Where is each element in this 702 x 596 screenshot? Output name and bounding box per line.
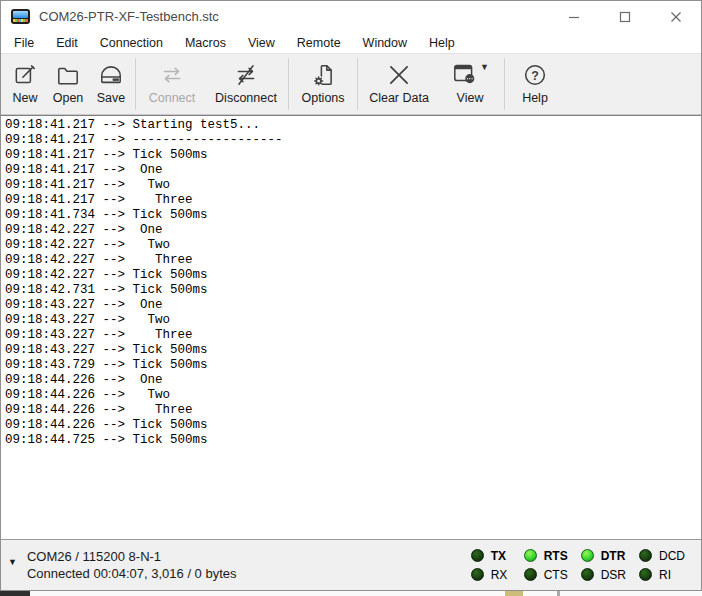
desktop-fragment — [557, 591, 560, 596]
close-icon — [670, 11, 682, 23]
help-question-icon: ? — [522, 60, 548, 90]
clear-data-button[interactable]: Clear Data — [360, 54, 438, 114]
toolbar-label: Help — [522, 91, 548, 105]
help-button[interactable]: ? Help — [507, 54, 563, 114]
port-settings-text: COM26 / 115200 8-N-1 — [27, 548, 237, 565]
toolbar-separator — [357, 58, 358, 110]
led-label: RX — [491, 568, 508, 582]
toolbar-label: Connect — [149, 91, 196, 105]
status-lines: COM26 / 115200 8-N-1 Connected 00:04:07,… — [27, 548, 237, 582]
terminal-output: 09:18:41.217 --> Starting test5... 09:18… — [1, 116, 701, 448]
toolbar-separator — [135, 58, 136, 110]
led-label: TX — [491, 549, 506, 563]
save-button[interactable]: Save — [89, 54, 133, 114]
options-gear-document-icon — [310, 60, 336, 90]
cts-led-icon — [524, 568, 537, 581]
window-controls — [548, 1, 701, 32]
desktop-fragment — [0, 591, 30, 596]
toolbar-label: Open — [53, 91, 84, 105]
maximize-button[interactable] — [599, 1, 650, 32]
minimize-icon — [568, 11, 580, 23]
toolbar-label: Disconnect — [215, 91, 277, 105]
dsr-led-icon — [581, 568, 594, 581]
options-button[interactable]: Options — [291, 54, 355, 114]
status-dropdown-arrow[interactable]: ▼ — [8, 557, 17, 567]
led-rts: RTS — [524, 549, 568, 563]
view-window-icon: ▼ — [451, 60, 489, 90]
terminal-area[interactable]: 09:18:41.217 --> Starting test5... 09:18… — [1, 115, 701, 540]
menu-connection[interactable]: Connection — [89, 34, 174, 52]
dcd-led-icon — [639, 549, 652, 562]
toolbar-label: New — [12, 91, 37, 105]
led-dsr: DSR — [581, 568, 626, 582]
menu-bar: File Edit Connection Macros View Remote … — [1, 32, 701, 53]
led-label: DCD — [659, 549, 685, 563]
toolbar-label: Options — [301, 91, 344, 105]
menu-view[interactable]: View — [237, 34, 286, 52]
toolbar-label: View — [457, 91, 484, 105]
led-dcd: DCD — [639, 549, 685, 563]
led-dtr: DTR — [581, 549, 626, 563]
ri-led-icon — [639, 568, 652, 581]
open-button[interactable]: Open — [47, 54, 89, 114]
toolbar-label: Save — [97, 91, 126, 105]
toolbar-label: Clear Data — [369, 91, 429, 105]
led-rx: RX — [471, 568, 511, 582]
menu-remote[interactable]: Remote — [286, 34, 352, 52]
led-label: CTS — [544, 568, 568, 582]
led-label: DTR — [601, 549, 626, 563]
status-bar: ▼ COM26 / 115200 8-N-1 Connected 00:04:0… — [1, 540, 701, 590]
led-cts: CTS — [524, 568, 568, 582]
signal-led-panel: TX RX RTS CTS DTR DSR — [471, 547, 685, 584]
led-ri: RI — [639, 568, 685, 582]
new-button[interactable]: New — [3, 54, 47, 114]
toolbar: New Open Save — [1, 53, 701, 115]
connection-stats-text: Connected 00:04:07, 3,016 / 0 bytes — [27, 565, 237, 582]
clear-x-icon — [386, 60, 412, 90]
disconnect-arrows-icon — [233, 60, 259, 90]
save-drive-icon — [98, 60, 124, 90]
disconnect-button[interactable]: Disconnect — [206, 54, 286, 114]
close-button[interactable] — [650, 1, 701, 32]
view-button[interactable]: ▼ View — [438, 54, 502, 114]
led-label: RI — [659, 568, 671, 582]
maximize-icon — [619, 11, 631, 23]
led-label: DSR — [601, 568, 626, 582]
connect-arrows-icon — [159, 60, 185, 90]
toolbar-separator — [504, 58, 505, 110]
led-tx: TX — [471, 549, 511, 563]
menu-macros[interactable]: Macros — [174, 34, 237, 52]
app-window: COM26-PTR-XF-Testbench.stc File Edit Con… — [0, 0, 702, 591]
rts-led-icon — [524, 549, 537, 562]
toolbar-separator — [288, 58, 289, 110]
window-title: COM26-PTR-XF-Testbench.stc — [39, 9, 548, 24]
connect-button[interactable]: Connect — [138, 54, 206, 114]
open-folder-icon — [55, 60, 81, 90]
svg-text:?: ? — [531, 69, 539, 83]
new-file-icon — [12, 60, 38, 90]
led-label: RTS — [544, 549, 568, 563]
minimize-button[interactable] — [548, 1, 599, 32]
desktop-fragment — [505, 591, 523, 596]
menu-help[interactable]: Help — [418, 34, 466, 52]
view-dropdown-caret: ▼ — [480, 62, 489, 72]
tx-led-icon — [471, 549, 484, 562]
desktop-strip — [0, 591, 702, 596]
dtr-led-icon — [581, 549, 594, 562]
app-icon — [11, 9, 30, 24]
status-left: ▼ COM26 / 115200 8-N-1 Connected 00:04:0… — [8, 548, 471, 582]
rx-led-icon — [471, 568, 484, 581]
menu-edit[interactable]: Edit — [45, 34, 89, 52]
menu-file[interactable]: File — [3, 34, 45, 52]
title-bar: COM26-PTR-XF-Testbench.stc — [1, 1, 701, 32]
menu-window[interactable]: Window — [352, 34, 418, 52]
